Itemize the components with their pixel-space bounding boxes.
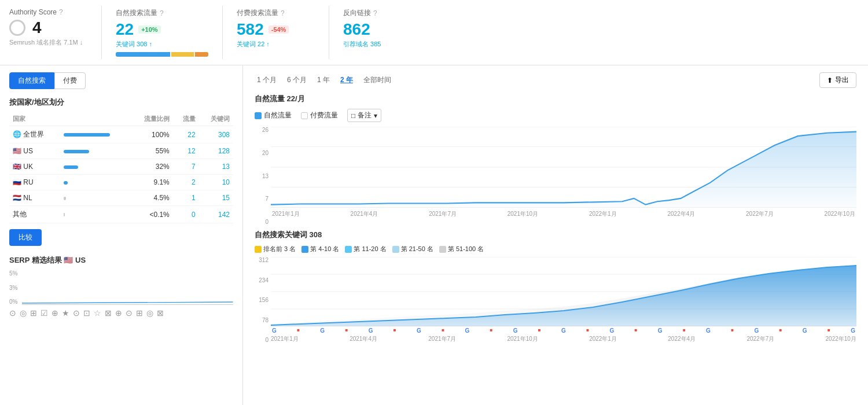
flag-icon: 🇷🇺 (13, 178, 21, 186)
chart2-x-axis: 2021年1月 2021年4月 2021年7月 2021年10月 2022年1月… (271, 335, 856, 343)
serp-icon-12: ⊙ (126, 308, 133, 318)
col-keywords: 关键词 (199, 112, 233, 126)
flag-icon: 🇺🇸 (13, 147, 21, 155)
main-content: 自然搜索 付费 按国家/地区划分 国家 流量比例 流量 关键词 🌐 全世界 (0, 65, 868, 405)
backlinks-value: 862 (343, 20, 422, 39)
traffic-pct: 4.5% (130, 190, 173, 206)
serp-icon-2: ◎ (20, 308, 27, 318)
serp-icon-14: ◎ (146, 308, 153, 318)
chart1-legend: 自然流量 付费流量 □ 备注 ▾ (255, 109, 856, 122)
table-row: 🇷🇺 RU 9.1% 2 10 (9, 175, 233, 190)
compare-button[interactable]: 比较 (9, 229, 42, 246)
info-icon-backlinks[interactable]: ? (373, 9, 377, 17)
chart2-area (271, 257, 856, 326)
flag-icon: 🇳🇱 (13, 194, 21, 202)
paid-traffic-card: 付费搜索流量 ? 582 -54% 关键词 22 ↑ (237, 6, 329, 59)
legend-11-20[interactable]: 第 11-20 名 (345, 245, 386, 253)
chart1-x-axis: 2021年1月 2021年4月 2021年7月 2021年10月 2022年1月… (271, 210, 856, 218)
country-name: 🇷🇺 RU (9, 175, 60, 190)
export-icon: ⬆ (827, 76, 833, 84)
traffic-bar-cell (60, 126, 130, 143)
legend-21-50[interactable]: 第 21-50 名 (392, 245, 433, 253)
traffic-pct: 55% (130, 143, 173, 159)
legend-top3[interactable]: 排名前 3 名 (255, 245, 296, 253)
traffic-count: 7 (173, 159, 199, 175)
country-name: 🇺🇸 US (9, 143, 60, 159)
legend-organic-checkbox[interactable] (255, 112, 262, 119)
country-name: 🇳🇱 NL (9, 190, 60, 206)
chart1-y-axis: 26201370 (255, 127, 269, 225)
table-row: 🌐 全世界 100% 22 308 (9, 126, 233, 143)
keywords-count: 10 (199, 175, 233, 190)
traffic-bar-cell (60, 175, 130, 190)
chart2-main: G ■ G ■ G ■ G ■ G ■ G ■ G ■ G (271, 257, 856, 343)
paid-traffic-title: 付费搜索流量 ? (237, 8, 315, 18)
right-panel: 1 个月 6 个月 1 年 2 年 全部时间 ⬆ 导出 自然流量 22/月 自然… (243, 65, 868, 405)
paid-badge: -54% (269, 25, 289, 34)
info-icon[interactable]: ? (59, 8, 63, 16)
tab-paid[interactable]: 付费 (54, 72, 86, 89)
legend-paid[interactable]: 付费流量 (301, 111, 338, 120)
info-icon-organic[interactable]: ? (160, 9, 164, 17)
authority-circle (9, 20, 25, 36)
chart1-area (271, 127, 856, 208)
time-filters-left: 1 个月 6 个月 1 年 2 年 全部时间 (255, 74, 393, 86)
tab-organic[interactable]: 自然搜索 (9, 72, 54, 89)
filter-6month[interactable]: 6 个月 (285, 74, 309, 86)
chart1-title: 自然流量 22/月 (255, 94, 856, 104)
serp-icon-11: ⊕ (115, 308, 122, 318)
svg-marker-5 (271, 132, 856, 208)
serp-icon-1: ⊙ (9, 308, 16, 318)
traffic-bar-cell (60, 206, 130, 223)
traffic-count: 2 (173, 175, 199, 190)
col-traffic: 流量 (173, 112, 199, 126)
traffic-pct: <0.1% (130, 206, 173, 223)
paid-traffic-value: 582 -54% (237, 20, 315, 39)
serp-icon-10: ⊠ (105, 308, 112, 318)
keywords-count: 128 (199, 143, 233, 159)
keywords-count: 13 (199, 159, 233, 175)
filter-1month[interactable]: 1 个月 (255, 74, 279, 86)
keywords-count: 15 (199, 190, 233, 206)
serp-icons: ⊙ ◎ ⊞ ☑ ⊕ ★ ⊙ ⊡ ☆ ⊠ ⊕ ⊙ ⊞ ◎ ⊠ (9, 308, 233, 318)
filter-2year[interactable]: 2 年 (338, 74, 355, 86)
export-button[interactable]: ⬆ 导出 (819, 72, 856, 88)
traffic-count: 1 (173, 190, 199, 206)
traffic-count: 22 (173, 126, 199, 143)
legend-4-10[interactable]: 第 4-10 名 (301, 245, 339, 253)
search-tabs[interactable]: 自然搜索 付费 (9, 72, 233, 89)
legend-notes[interactable]: □ 备注 ▾ (347, 109, 381, 122)
legend-51-100[interactable]: 第 51-100 名 (439, 245, 484, 253)
chart1-main: 2021年1月 2021年4月 2021年7月 2021年10月 2022年1月… (271, 127, 856, 225)
chart2-wrapper: 312234156780 (255, 257, 856, 343)
filter-all[interactable]: 全部时间 (361, 74, 393, 86)
country-name: 🌐 全世界 (9, 126, 60, 143)
traffic-count: 0 (173, 206, 199, 223)
traffic-bar-cell (60, 190, 130, 206)
serp-icon-8: ⊡ (83, 308, 90, 318)
serp-icon-4: ☑ (41, 308, 48, 318)
info-icon-paid[interactable]: ? (281, 9, 285, 17)
col-pct: 流量比例 (130, 112, 173, 126)
serp-icon-3: ⊞ (30, 308, 37, 318)
left-panel: 自然搜索 付费 按国家/地区划分 国家 流量比例 流量 关键词 🌐 全世界 (0, 65, 243, 405)
serp-icon-5: ⊕ (52, 308, 58, 318)
serp-title: SERP 精选结果 🇺🇸 US (9, 255, 233, 266)
time-filters: 1 个月 6 个月 1 年 2 年 全部时间 ⬆ 导出 (255, 72, 856, 88)
authority-score-sub: Semrush 域名排名 7.1M ↓ (9, 38, 87, 47)
traffic-count: 12 (173, 143, 199, 159)
authority-score-card: Authority Score ? 4 Semrush 域名排名 7.1M ↓ (9, 6, 102, 59)
backlinks-sub: 引荐域名 385 (343, 40, 422, 49)
legend-organic[interactable]: 自然流量 (255, 111, 292, 120)
filter-1year[interactable]: 1 年 (315, 74, 332, 86)
table-row: 🇬🇧 UK 32% 7 13 (9, 159, 233, 175)
organic-sub: 关键词 308 ↑ (116, 40, 208, 49)
legend-paid-checkbox[interactable] (301, 112, 308, 119)
organic-progress (116, 52, 208, 57)
traffic-bar-cell (60, 143, 130, 159)
country-name: 🇬🇧 UK (9, 159, 60, 175)
authority-score-value: 4 (9, 19, 87, 37)
chart2-legend: 排名前 3 名 第 4-10 名 第 11-20 名 第 21-50 名 第 5… (255, 245, 856, 253)
notes-icon: □ (351, 112, 355, 120)
traffic-pct: 9.1% (130, 175, 173, 190)
